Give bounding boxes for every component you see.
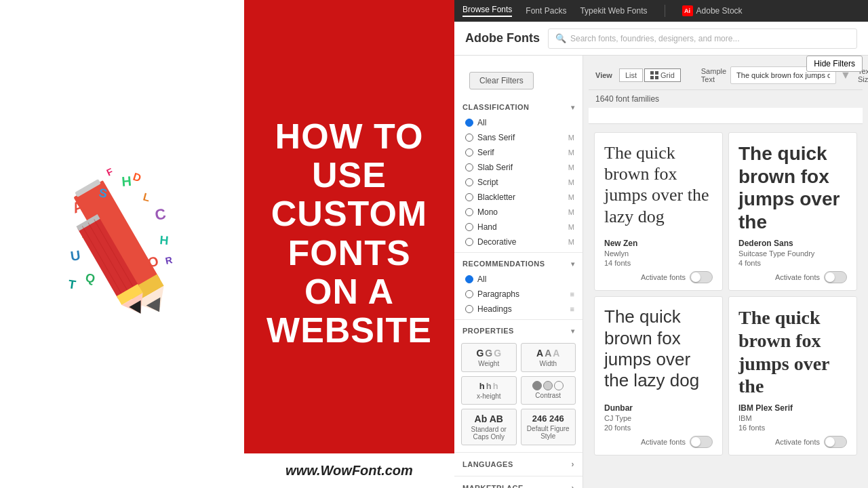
- clear-filters-button[interactable]: Clear Filters: [469, 72, 534, 89]
- contrast-prop[interactable]: Contrast: [521, 376, 576, 405]
- font-card-2: The quick brown fox jumps over the Deder…: [728, 132, 857, 291]
- properties-chevron: ▾: [571, 327, 575, 335]
- x-height-prop[interactable]: hhh x-height: [461, 376, 517, 405]
- svg-text:C: C: [154, 205, 167, 224]
- standard-label: Standard or Caps Only: [465, 426, 513, 441]
- activate-toggle-2[interactable]: [824, 271, 847, 283]
- properties-label: PROPERTIES: [462, 327, 514, 335]
- hand-count: M: [568, 223, 574, 231]
- main-content: Clear Filters CLASSIFICATION ▾ All Sans …: [454, 56, 868, 488]
- nav-stock: Adobe Stock: [696, 6, 743, 16]
- svg-text:D: D: [132, 171, 142, 184]
- radio-blackletter: [465, 193, 473, 201]
- filter-mono[interactable]: Mono M: [454, 205, 583, 220]
- grid-icon: [650, 71, 658, 79]
- nav-divider: [665, 5, 665, 17]
- hide-filters-button[interactable]: Hide Filters: [806, 56, 863, 72]
- svg-text:H: H: [159, 233, 170, 247]
- search-icon: 🔍: [555, 33, 566, 43]
- left-panel: A S H L C H O N U Q F D R T: [0, 0, 244, 488]
- filter-slab-serif[interactable]: Slab Serif M: [454, 160, 583, 175]
- content-area: View List Grid Sample Text: [583, 56, 868, 488]
- marketplace-row[interactable]: MARKETPLACE ›: [454, 479, 583, 488]
- decorative-count: M: [568, 238, 574, 246]
- radio-headings: [465, 305, 473, 313]
- hide-filters-container: Hide Filters: [806, 56, 863, 72]
- radio-slab-serif: [465, 163, 473, 171]
- filter-mono-label: Mono: [477, 207, 498, 217]
- rec-paragraphs[interactable]: Paragraphs ≡: [454, 287, 583, 302]
- radio-decorative: [465, 238, 473, 246]
- activate-label-3: Activate fonts: [641, 438, 686, 446]
- activate-label-1: Activate fonts: [641, 273, 686, 281]
- languages-arrow: ›: [572, 460, 575, 469]
- activate-toggle-4[interactable]: [824, 436, 847, 448]
- radio-paragraphs: [465, 290, 473, 298]
- website-url: www.WowFont.com: [285, 463, 413, 478]
- recommendations-chevron: ▾: [571, 260, 575, 268]
- filter-sans-serif[interactable]: Sans Serif M: [454, 130, 583, 145]
- search-placeholder: Search fonts, foundries, designers, and …: [570, 34, 739, 43]
- font-name-1: New Zen: [604, 239, 713, 248]
- filter-all[interactable]: All: [454, 115, 583, 130]
- radio-rec-all: [465, 275, 473, 283]
- filter-blackletter[interactable]: Blackletter M: [454, 190, 583, 205]
- x-height-letters: hhh: [465, 381, 513, 391]
- grid-view-button[interactable]: Grid: [644, 68, 681, 82]
- languages-row[interactable]: LANGUAGES ›: [454, 455, 583, 473]
- filter-serif[interactable]: Serif M: [454, 145, 583, 160]
- search-bar[interactable]: 🔍 Search fonts, foundries, designers, an…: [548, 28, 857, 49]
- font-foundry-3: CJ Type: [604, 414, 713, 422]
- filter-all-label: All: [477, 118, 486, 127]
- activate-toggle-3[interactable]: [690, 436, 713, 448]
- svg-text:T: T: [67, 277, 77, 291]
- activate-row-3: Activate fonts: [604, 436, 713, 448]
- classification-label: CLASSIFICATION: [462, 103, 529, 111]
- activate-row-2: Activate fonts: [738, 271, 847, 283]
- svg-text:R: R: [164, 254, 173, 266]
- rec-all[interactable]: All: [454, 272, 583, 287]
- font-count-1: 14 fonts: [604, 259, 713, 267]
- font-count-4: 16 fonts: [738, 424, 847, 432]
- figure-prop[interactable]: 246 246 Default Figure Style: [521, 409, 576, 445]
- filter-decorative[interactable]: Decorative M: [454, 235, 583, 249]
- recommendations-label: RECOMMENDATIONS: [462, 260, 545, 268]
- activate-row-1: Activate fonts: [604, 271, 713, 283]
- properties-header[interactable]: PROPERTIES ▾: [454, 323, 583, 339]
- marketplace-arrow: ›: [572, 483, 575, 488]
- recommendations-header[interactable]: RECOMMENDATIONS ▾: [454, 256, 583, 272]
- view-label: View: [595, 71, 612, 79]
- font-name-4: IBM Plex Serif: [738, 403, 847, 413]
- adobe-stock-icon: Ai: [682, 5, 693, 16]
- standard-value: Ab AB: [465, 413, 513, 424]
- classification-header[interactable]: CLASSIFICATION ▾: [454, 99, 583, 115]
- activate-row-4: Activate fonts: [738, 436, 847, 448]
- font-preview-3: The quick brown fox jumps over the lazy …: [604, 306, 713, 397]
- nav-packs[interactable]: Font Packs: [526, 6, 566, 16]
- nav-browse[interactable]: Browse Fonts: [462, 5, 512, 17]
- svg-rect-28: [655, 71, 658, 75]
- nav-typekit[interactable]: Typekit Web Fonts: [580, 6, 647, 16]
- filter-serif-label: Serif: [477, 148, 494, 157]
- activate-label-4: Activate fonts: [775, 438, 820, 446]
- font-card-1: The quick brown fox jumps over the lazy …: [594, 132, 723, 291]
- adobe-fonts-panel: Browse Fonts Font Packs Typekit Web Font…: [454, 0, 868, 488]
- contrast-circles: [524, 381, 573, 390]
- filter-slab-serif-label: Slab Serif: [477, 163, 513, 172]
- filter-hand-label: Hand: [477, 222, 497, 232]
- activate-label-2: Activate fonts: [775, 273, 820, 281]
- pencil-illustration: A S H L C H O N U Q F D R T: [61, 159, 183, 329]
- adobe-stock-nav[interactable]: Ai Adobe Stock: [682, 5, 743, 16]
- list-view-button[interactable]: List: [619, 68, 643, 82]
- standard-prop[interactable]: Ab AB Standard or Caps Only: [461, 409, 517, 445]
- center-footer: www.WowFont.com: [244, 453, 454, 488]
- paragraphs-count: ≡: [570, 290, 574, 298]
- rec-headings[interactable]: Headings ≡: [454, 302, 583, 317]
- weight-prop[interactable]: GGG Weight: [461, 343, 517, 372]
- width-prop[interactable]: AAA Width: [521, 343, 576, 372]
- filter-hand[interactable]: Hand M: [454, 220, 583, 235]
- divider-1: [454, 252, 583, 253]
- languages-label: LANGUAGES: [462, 460, 513, 468]
- filter-script[interactable]: Script M: [454, 175, 583, 190]
- activate-toggle-1[interactable]: [690, 271, 713, 283]
